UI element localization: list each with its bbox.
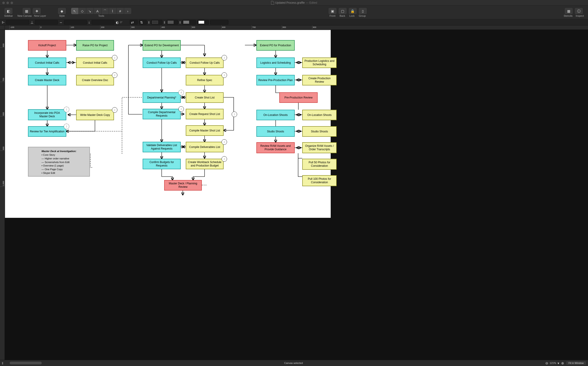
box-pull-100-label: Pull 100 Photos for Consideration [304, 177, 335, 184]
fill-well[interactable] [151, 20, 162, 24]
box-write-copy[interactable]: Write Master Deck Copy [76, 110, 114, 120]
inspect-button[interactable]: ⓘ [574, 8, 583, 15]
box-incorp-poa[interactable]: Incorporate into POA Master Deck [28, 109, 66, 120]
box-raise-po[interactable]: Raise PO for Project [76, 40, 114, 51]
traffic-lights[interactable] [2, 2, 13, 4]
box-fu-yellow[interactable]: Conduct Follow Up Calls [186, 57, 224, 68]
new-layer-button[interactable]: ❖ [32, 8, 41, 15]
stroke-well[interactable] [167, 20, 178, 24]
box-refine-spec[interactable]: Refine Spec [186, 75, 224, 85]
minimize-window-icon[interactable] [6, 2, 9, 4]
sidebar-toggle-button[interactable]: ◧ [4, 8, 13, 15]
box-preprod-review[interactable]: Pre-Production Review [279, 92, 318, 103]
new-canvas-button[interactable]: ▦ [22, 8, 31, 15]
horizontal-ruler: -1000100200300400500600700800900 [0, 25, 588, 30]
width-field[interactable] [64, 20, 87, 24]
box-studio-teal[interactable]: Studio Shoots [256, 126, 295, 137]
text-tool[interactable]: A [94, 8, 101, 15]
ruler-h-tick: 300 [130, 25, 135, 30]
box-logistics-teal[interactable]: Logistics and Scheduling [256, 57, 295, 68]
box-fu-teal[interactable]: Conduct Follow Up Calls [143, 57, 181, 68]
box-calls-teal[interactable]: Conduct Initial Calls [28, 57, 66, 68]
fit-window-button[interactable]: Fit in Window [566, 361, 586, 365]
box-kickoff-label: Kickoff Project [38, 44, 56, 47]
font-well[interactable] [210, 20, 228, 24]
rotation-icon[interactable]: ◐ [116, 21, 119, 24]
box-onloc-teal[interactable]: On-Location Shoots [256, 110, 295, 120]
baseline-icon[interactable]: ⊥ [31, 21, 33, 24]
format-bar: ⊩ ⊥ ↔ ↕ ◐ 0° ⇄ ⇅ ⦀ ⦀ ⦀ [0, 19, 588, 25]
badge-workback-1: 1 [222, 156, 227, 162]
box-compile-dept[interactable]: Compile Departmental Requests [143, 109, 181, 119]
box-review-raw[interactable]: Review RAW Assets and Provide Guidance [256, 142, 295, 153]
box-organize-raw-label: Organize RAW Assets / Order Transcripts [304, 144, 335, 151]
box-confirm-budgets[interactable]: Confirm Budgets for Requests [143, 159, 181, 169]
zoom-in-icon[interactable]: ⊕ [561, 361, 564, 365]
box-compile-dept-label: Compile Departmental Requests [144, 111, 179, 117]
group-button[interactable]: ▯ [358, 8, 367, 15]
box-validate-deliv[interactable]: Validate Deliverables List Against Reque… [143, 142, 181, 152]
badge-fu-1: 1 [222, 55, 227, 61]
zoom-dropdown-icon[interactable]: ▾ [557, 361, 559, 365]
box-create-prod-rev[interactable]: Create Production Review [302, 75, 337, 85]
point-tool[interactable]: ⌇ [109, 8, 116, 15]
box-overview-doc[interactable]: Create Overview Doc [76, 75, 114, 85]
canvas-viewport[interactable]: Kickoff Project Raise PO for Project Con… [5, 30, 588, 360]
more-tools[interactable]: › [124, 8, 132, 15]
sidebar-label: Sidebar [4, 15, 13, 17]
width-icon[interactable]: ↔ [59, 21, 63, 24]
box-logistics-yellow[interactable]: Production Logistics and Scheduling [302, 57, 337, 68]
height-icon[interactable]: ↕ [88, 21, 90, 24]
box-dept-plan[interactable]: Departmental Planning* [143, 92, 181, 103]
box-master-review[interactable]: Master Deck / Planning Review [164, 180, 202, 191]
flip-h-button[interactable]: ⇄ [130, 20, 138, 24]
box-pull-100[interactable]: Pull 100 Photos for Consideration [302, 175, 337, 186]
x-position-field[interactable] [6, 20, 29, 24]
box-shot-list[interactable]: Create Shot List [186, 92, 224, 103]
style-toggle-button[interactable]: ◆ [57, 8, 66, 15]
box-extend-po-prod[interactable]: Extend PO for Production [256, 40, 295, 51]
box-kickoff[interactable]: Kickoff Project [28, 40, 66, 51]
ruler-corner[interactable] [0, 25, 5, 30]
box-extend-po-dev[interactable]: Extend PO for Development [143, 40, 181, 51]
y-position-field[interactable] [35, 20, 58, 24]
badge-poa-1: 1 [64, 107, 69, 112]
flip-v-button[interactable]: ⇅ [139, 20, 147, 24]
lock-button[interactable]: 🔒 [348, 8, 357, 15]
stencils-button[interactable]: ▦ [564, 8, 573, 15]
line-tool[interactable]: ↘ [86, 8, 94, 15]
canvas[interactable]: Kickoff Project Raise PO for Project Con… [5, 30, 331, 218]
box-calls-yellow[interactable]: Conduct Initial Calls [76, 57, 114, 68]
bring-front-button[interactable]: ▣ [328, 8, 337, 15]
box-master-deck-label: Create Master Deck [35, 79, 59, 82]
box-organize-raw[interactable]: Organize RAW Assets / Order Transcripts [302, 142, 337, 153]
box-confirm-budgets-label: Confirm Budgets for Requests [144, 160, 179, 168]
box-req-shot-list[interactable]: Create Request Shot List [186, 109, 224, 119]
box-review-preprod[interactable]: Review Pre-Production Plan [256, 75, 295, 85]
pen-tool[interactable]: ⌒ [101, 8, 109, 15]
height-field[interactable] [92, 20, 114, 24]
box-workback[interactable]: Create Workback Schedule and Production … [186, 159, 224, 169]
ruler-h-tick: 200 [100, 25, 104, 30]
send-back-button[interactable]: ▢ [338, 8, 347, 15]
shadow-well[interactable] [182, 20, 196, 24]
box-compile-deliv[interactable]: Compile Deliverables List [186, 142, 224, 152]
zoom-window-icon[interactable] [11, 2, 13, 4]
note-line: — Screenshots from Edit [41, 160, 76, 164]
selection-tool[interactable]: ↖ [71, 8, 79, 15]
close-window-icon[interactable] [2, 2, 5, 4]
horizontal-scroll-thumb[interactable] [10, 362, 42, 364]
line-style-well[interactable] [197, 20, 209, 24]
box-review-tier[interactable]: Review for Tier Amplification [28, 126, 66, 137]
box-studio-yellow[interactable]: Studio Shoots [302, 126, 337, 137]
align-icon[interactable]: ⊩ [2, 21, 5, 24]
box-compile-master-shot[interactable]: Compile Master Shot List [186, 125, 224, 136]
zoom-out-icon[interactable]: ⊖ [545, 361, 548, 365]
note-master-deck[interactable]: Master Deck at Investigation: • Core Sto… [28, 147, 90, 177]
box-onloc-yellow[interactable]: On-Location Shoots [302, 110, 337, 120]
zoom-value[interactable]: 121% [550, 362, 556, 364]
box-master-deck[interactable]: Create Master Deck [28, 75, 66, 85]
box-pull-50[interactable]: Pull 50 Photos for Consideration [302, 159, 337, 170]
crop-tool[interactable]: # [116, 8, 124, 15]
shape-tool[interactable]: ◇ [79, 8, 86, 15]
